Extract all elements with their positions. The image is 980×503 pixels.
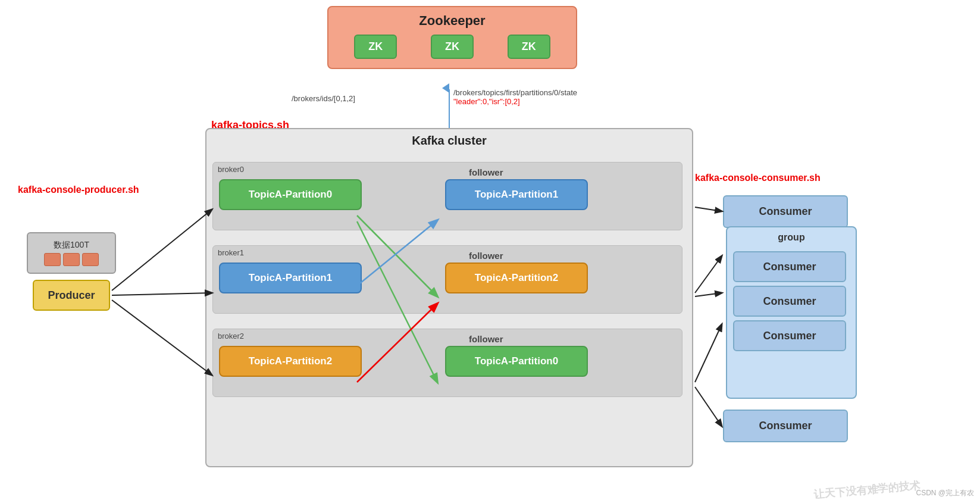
broker1-box: broker1 leader TopicA-Partition1 followe… xyxy=(212,245,682,314)
broker2-follower-partition: TopicA-Partition0 xyxy=(445,346,588,377)
diagram-container: Zookeeper ZK ZK ZK /brokers/ids/[0,1,2] … xyxy=(0,0,980,503)
broker0-leader-partition: TopicA-Partition0 xyxy=(219,179,362,210)
broker1-leader-partition: TopicA-Partition1 xyxy=(219,263,362,293)
kafka-consumer-label: kafka-console-consumer.sh xyxy=(695,173,821,183)
kafka-cluster-title: Kafka cluster xyxy=(206,129,692,152)
data-blocks xyxy=(44,253,99,266)
zk-node-1: ZK xyxy=(431,35,474,59)
zk-nodes: ZK ZK ZK xyxy=(337,35,567,59)
data-box: 数据100T xyxy=(27,232,116,274)
broker0-label: broker0 xyxy=(213,163,682,176)
svg-line-12 xyxy=(695,387,722,426)
consumer-group-item-2: Consumer xyxy=(733,320,846,351)
svg-line-1 xyxy=(112,210,212,290)
consumer-single-top: Consumer xyxy=(723,195,848,228)
svg-line-2 xyxy=(112,293,212,295)
consumer-group-box: group Consumer Consumer Consumer xyxy=(726,226,857,399)
zk-path-right: /brokers/topics/first/partitions/0/state… xyxy=(453,88,577,106)
zk-node-2: ZK xyxy=(508,35,550,59)
svg-line-8 xyxy=(695,207,722,211)
csdn-label: CSDN @完上有农 xyxy=(916,488,974,498)
data-label: 数据100T xyxy=(54,240,89,251)
broker2-leader-partition: TopicA-Partition2 xyxy=(219,346,362,377)
data-block-0 xyxy=(44,253,61,266)
broker2-label: broker2 xyxy=(213,329,682,343)
broker0-follower-label: follower xyxy=(469,167,503,177)
zk-path-left: /brokers/ids/[0,1,2] xyxy=(292,94,355,103)
zk-node-0: ZK xyxy=(354,35,397,59)
consumer-group-item-0: Consumer xyxy=(733,251,846,282)
svg-line-3 xyxy=(112,300,212,375)
consumer-group-item-1: Consumer xyxy=(733,286,846,317)
data-block-2 xyxy=(82,253,99,266)
svg-line-9 xyxy=(695,256,722,293)
svg-line-11 xyxy=(695,324,722,382)
consumer-group-label: group xyxy=(727,227,856,248)
kafka-producer-label: kafka-console-producer.sh xyxy=(18,185,139,195)
kafka-cluster-box: Kafka cluster broker0 leader TopicA-Part… xyxy=(205,128,693,467)
broker1-label: broker1 xyxy=(213,246,682,260)
broker2-box: broker2 leader TopicA-Partition2 followe… xyxy=(212,329,682,397)
watermark: 让天下没有难学的技术 xyxy=(813,478,920,502)
zookeeper-title: Zookeeper xyxy=(337,13,567,29)
broker1-follower-partition: TopicA-Partition2 xyxy=(445,263,588,293)
producer-label: Producer xyxy=(48,289,95,302)
zookeeper-box: Zookeeper ZK ZK ZK xyxy=(327,6,577,69)
broker2-follower-label: follower xyxy=(469,334,503,344)
consumer-single-bottom: Consumer xyxy=(723,410,848,442)
data-block-1 xyxy=(63,253,80,266)
broker0-box: broker0 leader TopicA-Partition0 followe… xyxy=(212,162,682,230)
producer-box: Producer xyxy=(33,280,110,311)
broker1-follower-label: follower xyxy=(469,251,503,261)
svg-line-10 xyxy=(695,293,722,296)
broker0-follower-partition: TopicA-Partition1 xyxy=(445,179,588,210)
